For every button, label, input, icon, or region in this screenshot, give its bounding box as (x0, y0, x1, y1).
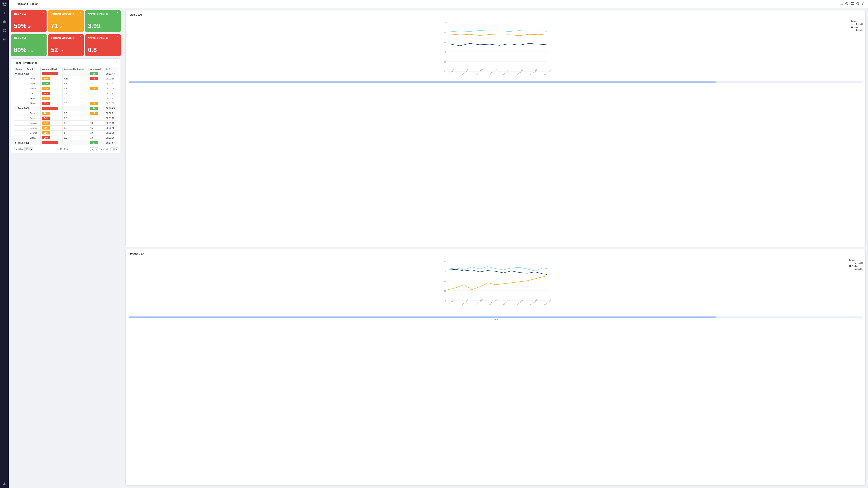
svg-text:Feb 5, 2023: Feb 5, 2023 (517, 69, 524, 76)
team-csat-legend: Legend Team C Team B Team A (851, 20, 863, 31)
agent-answered-cell: 15 (89, 126, 104, 131)
group-aht-cell: 00:13:54 (104, 140, 118, 145)
product-csat-x-label: Date (128, 319, 863, 321)
svg-rect-13 (852, 4, 854, 5)
sidebar-icon-image[interactable] (2, 36, 7, 42)
metric-cust-sat-2: Customer Satisfaction 52 ↓-27 ⋮ (48, 34, 84, 56)
group-csat-cell (41, 106, 63, 111)
table-row: Colin 93% 4.1 18 00:01:43 (14, 81, 118, 86)
table-row: Dennis 85% 0.5 15 00:03:40 (14, 126, 118, 131)
table-row: Joe 64% 3.31 17 00:01:12 (14, 91, 118, 96)
agent-sentiment-cell: 4.1 (62, 81, 89, 86)
agent-aht-cell: 00:01:35 (104, 101, 118, 106)
legend-label-product-b: Product B (851, 265, 860, 267)
product-csat-title: Product CSAT (128, 252, 146, 255)
product-csat-scrollbar[interactable] (128, 317, 863, 318)
expand-icon[interactable]: ▾ (16, 72, 17, 75)
metric-value-cust-sat-1: 71 ↑+1 (51, 22, 81, 30)
table-row: James 71% 3.1 9 00:03:20 (14, 86, 118, 91)
group-aht-cell: 00:13:05 (104, 106, 118, 111)
agent-aht-cell: 00:03:20 (104, 86, 118, 91)
metric-menu-3[interactable]: ⋮ (116, 12, 119, 15)
top-bar-right (840, 2, 865, 6)
left-panel: Team A CES 50% ↓-29% ⋮ Customer Satisfac… (9, 8, 123, 488)
agent-answered-cell: 19 (89, 131, 104, 135)
group-answered-cell: 76 (89, 106, 104, 111)
metric-title-avg-sent-1: Average Sentiment (88, 12, 118, 15)
expand-icon[interactable]: ▾ (16, 107, 17, 109)
team-csat-scrollbar[interactable] (128, 82, 863, 83)
palette-icon[interactable] (856, 2, 859, 6)
team-csat-menu[interactable]: ⋮ (860, 14, 863, 18)
agent-csat-bar: 64% (42, 117, 50, 120)
legend-color-product-c (849, 263, 853, 263)
pagination: Page Size 50 25 100 1 to 15 of 15 « ‹ Pa (13, 147, 118, 151)
agent-answered-bar: 4 (90, 77, 98, 80)
svg-text:Feb 17, 2023: Feb 17, 2023 (544, 298, 552, 305)
export-icon[interactable] (840, 2, 843, 6)
agent-table: Group Agent Average CSAT Average Sentime… (13, 67, 118, 145)
col-agent: Agent (25, 67, 41, 71)
svg-text:60: 60 (444, 280, 446, 282)
group-answered-cell: 67 (89, 140, 104, 145)
metric-menu-5[interactable]: ⋮ (79, 36, 82, 40)
agent-group-cell (14, 76, 25, 81)
svg-rect-8 (840, 4, 842, 5)
group-csat-bar (42, 141, 58, 144)
svg-text:Feb 12, 2023: Feb 12, 2023 (530, 298, 538, 305)
sidebar-icon-back[interactable] (2, 10, 7, 16)
grid-view-icon[interactable] (850, 2, 854, 6)
agent-name-cell: Sean (25, 96, 41, 101)
last-page-button[interactable]: » (115, 147, 118, 151)
svg-text:20: 20 (444, 61, 446, 63)
section-menu-icon[interactable]: ⋮ (115, 61, 118, 65)
metric-menu-4[interactable]: ⋮ (42, 36, 45, 40)
svg-point-15 (857, 3, 857, 4)
col-aht: AHT (104, 67, 118, 71)
legend-color-team-b (851, 26, 853, 28)
agent-sentiment-cell: 0.5 (62, 121, 89, 126)
product-csat-menu[interactable]: ⋮ (860, 253, 863, 257)
agent-csat-bar: 88% (42, 77, 50, 80)
metric-value-avg-sent-2: 0.8 ↓-2 (88, 46, 118, 54)
agent-csat-bar: 70% (42, 111, 50, 115)
svg-rect-4 (4, 31, 6, 32)
agent-csat-cell: 66% (41, 135, 63, 140)
expand-icon[interactable]: ▸ (16, 141, 17, 144)
prev-page-button[interactable]: ‹ (95, 147, 98, 151)
agent-group-cell (14, 121, 25, 126)
sidebar-icon-user[interactable] (2, 481, 7, 486)
agent-sentiment-cell: 3.31 (62, 91, 89, 96)
agent-sentiment-cell: 0.6 (62, 116, 89, 121)
section-header: Agent Performance ⋮ (13, 61, 118, 65)
history-icon[interactable] (845, 2, 848, 6)
page-info: 1 to 15 of 15 (56, 148, 68, 150)
table-row: Sean 72% 4.33 12 00:01:23 (14, 96, 118, 101)
sidebar-icon-grid[interactable] (2, 28, 7, 33)
page-size-select[interactable]: 50 25 100 (24, 147, 33, 151)
back-icon[interactable] (12, 2, 14, 5)
metric-value-avg-sent-1: 3.99 ↑+1 (88, 22, 118, 30)
page-nav: « ‹ Page 1 of 1 › » (90, 147, 118, 151)
agent-aht-cell: 00:02:11 (104, 111, 118, 116)
svg-text:Jan 8, 2023: Jan 8, 2023 (461, 299, 469, 305)
edit-icon[interactable] (862, 2, 865, 6)
first-page-button[interactable]: « (90, 147, 94, 151)
metric-menu-6[interactable]: ⋮ (116, 36, 119, 40)
product-csat-svg: 80 70 60 50 40 (128, 259, 863, 314)
metrics-row-2: Team B CES 80% ↑+1% ⋮ Customer Satisfact… (11, 34, 121, 56)
svg-text:0: 0 (444, 71, 445, 73)
agent-group-cell (14, 101, 25, 106)
metric-menu-1[interactable]: ⋮ (42, 12, 45, 15)
svg-text:Jan 15, 2023: Jan 15, 2023 (475, 68, 483, 76)
next-page-button[interactable]: › (111, 147, 114, 151)
page-title: Team and Product (16, 2, 38, 5)
agent-aht-cell: 00:03:40 (104, 126, 118, 131)
sidebar-icon-home[interactable] (2, 19, 7, 25)
svg-rect-3 (3, 31, 4, 32)
table-row: ▸ Team C (6) 67 00:13:54 (14, 140, 118, 145)
agent-sentiment-cell: 0.9 (62, 111, 89, 116)
metric-menu-2[interactable]: ⋮ (79, 12, 82, 15)
agent-performance-section: Agent Performance ⋮ Group Agent Average … (11, 58, 121, 153)
group-cell: ▸ Team C (6) (14, 140, 41, 145)
